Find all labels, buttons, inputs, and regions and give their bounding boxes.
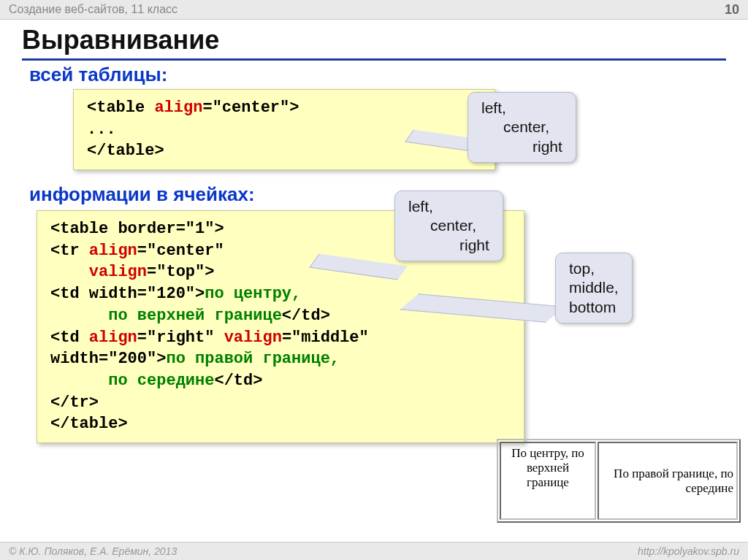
code-attr: align	[89, 242, 137, 260]
code-attr: valign	[89, 263, 147, 281]
top-bar: Создание веб-сайтов, 11 класс 10	[0, 0, 748, 20]
code-literal: по верхней границе	[108, 307, 282, 325]
callout-valign-values: top, middle, bottom	[555, 253, 633, 323]
code-attr: align	[154, 99, 202, 117]
code-text: ="right"	[137, 329, 224, 347]
code-text: </td>	[214, 372, 262, 390]
page-number: 10	[725, 2, 739, 18]
footer-bar: © К.Ю. Поляков, Е.А. Ерёмин, 2013 http:/…	[0, 542, 748, 560]
demo-cell-1: По центру, по верхней границе	[500, 442, 596, 520]
code-literal: по центру,	[205, 285, 301, 303]
code-text: <tr	[50, 242, 89, 260]
callout-line: bottom	[569, 298, 619, 317]
section-cell-info: информации в ячейках:	[29, 183, 726, 206]
code-literal: по правой границе,	[166, 350, 340, 368]
code-text: ="middle"	[282, 329, 369, 347]
callout-line: center,	[481, 118, 562, 137]
callout-line: center,	[408, 216, 489, 235]
code-attr: valign	[224, 329, 282, 347]
callout-line: middle,	[569, 278, 619, 297]
demo-rendered-table: По центру, по верхней границе По правой …	[497, 439, 741, 523]
code-text: ="top">	[147, 263, 214, 281]
code-block-1: <table align="center"> ... </table>	[73, 89, 495, 170]
code-text: ="center">	[202, 99, 299, 117]
callout-line: right	[481, 137, 562, 156]
code-text: </td>	[282, 307, 330, 325]
code-literal: по середине	[108, 372, 214, 390]
code-text: ="center"	[137, 242, 224, 260]
callout-align-values-1: left, center, right	[468, 92, 576, 163]
code-text: width="200">	[50, 350, 166, 368]
callout-line: top,	[569, 259, 619, 278]
course-title: Создание веб-сайтов, 11 класс	[9, 3, 178, 16]
code-text: <table	[87, 99, 154, 117]
code-text: </tr>	[50, 392, 511, 414]
table-row: По центру, по верхней границе По правой …	[500, 442, 738, 520]
code-text: <td	[50, 329, 89, 347]
callout-line: left,	[408, 197, 489, 216]
footer-url: http://kpolyakov.spb.ru	[638, 545, 739, 557]
demo-cell-2: По правой границе, по середине	[598, 442, 738, 520]
copyright: © К.Ю. Поляков, Е.А. Ерёмин, 2013	[9, 545, 177, 557]
slide-body: Выравнивание всей таблицы: <table align=…	[0, 19, 748, 542]
page-title: Выравнивание	[22, 25, 726, 61]
code-text: </table>	[50, 413, 511, 435]
code-text: <td width="120">	[50, 285, 205, 303]
callout-line: right	[408, 236, 489, 255]
code-attr: align	[89, 329, 137, 347]
section-whole-table: всей таблицы:	[29, 64, 726, 86]
callout-align-values-2: left, center, right	[394, 191, 503, 261]
callout-line: left,	[481, 99, 562, 118]
